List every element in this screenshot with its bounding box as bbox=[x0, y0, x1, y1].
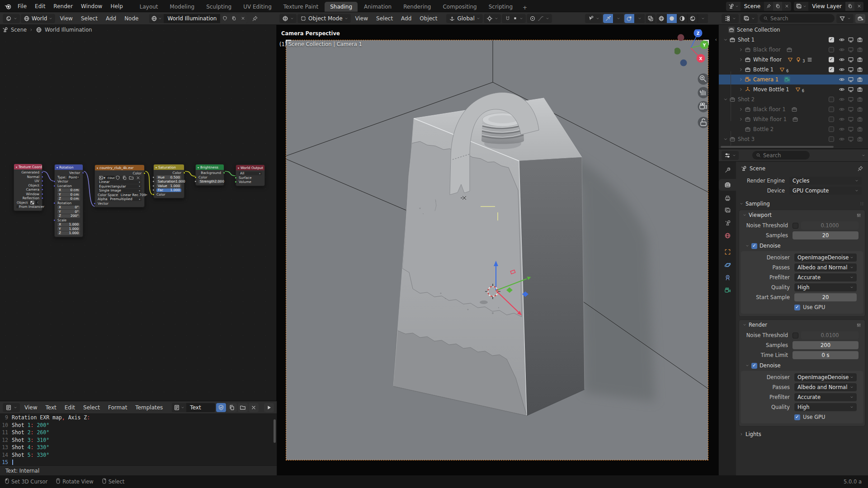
text-menu-view[interactable]: View bbox=[21, 404, 41, 412]
node-header[interactable]: ▾Brightness bbox=[196, 164, 224, 170]
shield-icon[interactable] bbox=[220, 14, 229, 23]
node-header[interactable]: ▾World Output bbox=[236, 165, 264, 170]
node-header[interactable]: ▾Saturation bbox=[154, 164, 184, 170]
number-field[interactable]: 0.1000 bbox=[801, 221, 859, 230]
breadcrumb-world[interactable]: World Illumination bbox=[45, 27, 92, 33]
dropdown[interactable]: GPU Compute bbox=[789, 187, 862, 195]
world-datablock[interactable]: World Illumination bbox=[149, 14, 247, 23]
node-header[interactable]: ▾country_club_4k.exr bbox=[95, 165, 144, 170]
disable-viewport-icon[interactable] bbox=[848, 37, 854, 43]
node-socket[interactable] bbox=[194, 176, 197, 178]
chevron-right-icon[interactable] bbox=[739, 67, 743, 72]
breadcrumb-scene[interactable]: Scene bbox=[11, 27, 27, 33]
hide-eye-icon[interactable] bbox=[839, 106, 845, 113]
shader-node-texcoord[interactable]: ▾Texture CoordinateGeneratedNormalUVObje… bbox=[14, 164, 42, 211]
add-workspace-button[interactable]: + bbox=[519, 3, 531, 12]
node-header[interactable]: ▾Texture Coordinate bbox=[14, 164, 42, 169]
editor-type-button[interactable] bbox=[3, 14, 20, 23]
node-socket[interactable] bbox=[41, 188, 43, 191]
text-menu-text[interactable]: Text bbox=[42, 404, 60, 412]
denoise-label[interactable]: Denoise bbox=[760, 362, 781, 369]
object-visibility-dropdown[interactable] bbox=[585, 14, 602, 23]
pin-icon[interactable] bbox=[764, 2, 773, 11]
copy-icon[interactable] bbox=[227, 403, 237, 412]
disable-viewport-icon[interactable] bbox=[848, 76, 854, 83]
shader-menu-add[interactable]: Add bbox=[102, 14, 120, 23]
shader-node-canvas[interactable]: Scene World Illumination ▾Texture Coordi… bbox=[0, 25, 277, 401]
shader-node-envtex[interactable]: ▾country_club_4k.exrColor▾country_club_4… bbox=[94, 164, 145, 207]
node-socket[interactable] bbox=[41, 176, 43, 178]
outliner-row-move-bottle-1[interactable]: Move Bottle 16 bbox=[719, 84, 868, 94]
exclude-checkbox[interactable] bbox=[829, 57, 834, 62]
disable-viewport-icon[interactable] bbox=[848, 47, 854, 53]
properties-tab-object[interactable] bbox=[719, 246, 736, 258]
hide-eye-icon[interactable] bbox=[839, 126, 845, 132]
chevron-right-icon[interactable] bbox=[739, 87, 743, 92]
editor-type-button[interactable] bbox=[279, 14, 297, 23]
text-menu-edit[interactable]: Edit bbox=[61, 404, 79, 412]
disable-render-icon[interactable] bbox=[857, 96, 863, 103]
text-editor-lines[interactable]: 9Rotation EXR map, Axis Z:10Shot 1: 200°… bbox=[0, 414, 277, 465]
node-socket[interactable] bbox=[94, 202, 96, 205]
properties-tab-constraints[interactable] bbox=[719, 272, 736, 283]
dropdown[interactable]: Accurate bbox=[794, 393, 857, 401]
workspace-tab-compositing[interactable]: Compositing bbox=[437, 2, 482, 12]
viewport-menu-view[interactable]: View bbox=[352, 14, 372, 23]
code-line[interactable]: 15 bbox=[0, 459, 277, 465]
disable-render-icon[interactable] bbox=[857, 106, 863, 113]
disable-viewport-icon[interactable] bbox=[848, 56, 854, 63]
properties-tab-tool[interactable] bbox=[719, 164, 736, 176]
text-datablock[interactable]: Text bbox=[172, 403, 215, 412]
pivot-point-dropdown[interactable] bbox=[484, 14, 501, 23]
hide-eye-icon[interactable] bbox=[839, 86, 845, 93]
denoise-checkbox[interactable] bbox=[751, 363, 757, 369]
display-mode-dropdown[interactable] bbox=[741, 14, 758, 23]
node-socket[interactable] bbox=[41, 171, 43, 174]
properties-tab-view-layer[interactable] bbox=[719, 204, 736, 216]
shading-rendered-button[interactable] bbox=[688, 14, 698, 23]
exclude-checkbox[interactable] bbox=[829, 127, 834, 132]
copy-icon[interactable] bbox=[229, 14, 238, 23]
hide-eye-icon[interactable] bbox=[839, 56, 845, 63]
noise-threshold-checkbox[interactable] bbox=[793, 223, 798, 229]
properties-tab-physics[interactable] bbox=[719, 259, 736, 271]
exclude-checkbox[interactable] bbox=[829, 107, 834, 112]
shading-material-button[interactable] bbox=[677, 14, 687, 23]
node-socket[interactable] bbox=[235, 181, 237, 183]
code-line[interactable]: 13Shot 4: 330° bbox=[0, 444, 277, 451]
text-menu-templates[interactable]: Templates bbox=[132, 404, 166, 412]
shader-menu-view[interactable]: View bbox=[56, 14, 76, 23]
text-menu-select[interactable]: Select bbox=[80, 404, 104, 412]
disable-render-icon[interactable] bbox=[857, 126, 863, 132]
gizmo-dropdown[interactable] bbox=[613, 14, 623, 23]
dropdown[interactable]: Cycles bbox=[789, 177, 862, 185]
node-socket[interactable] bbox=[41, 184, 43, 187]
chevron-right-icon[interactable] bbox=[739, 47, 743, 52]
pin-icon[interactable] bbox=[857, 165, 863, 172]
use-gpu-checkbox[interactable] bbox=[794, 414, 800, 420]
outliner-row-scene-collection[interactable]: Scene Collection bbox=[719, 25, 868, 35]
new-collection-button[interactable] bbox=[855, 14, 865, 23]
node-socket[interactable] bbox=[143, 172, 146, 174]
dropdown[interactable]: Albedo and Normal bbox=[794, 263, 857, 272]
node-socket[interactable] bbox=[53, 219, 56, 221]
outliner-search-input[interactable]: Search bbox=[760, 14, 835, 23]
shader-node-saturation[interactable]: ▾SaturationColorHue0.500Saturation1.000V… bbox=[153, 164, 184, 198]
chevron-right-icon[interactable] bbox=[739, 117, 743, 122]
node-socket[interactable] bbox=[41, 193, 43, 195]
workspace-tab-texture-paint[interactable]: Texture Paint bbox=[278, 2, 324, 12]
node-socket[interactable] bbox=[194, 180, 197, 183]
dropdown[interactable]: High bbox=[794, 283, 857, 291]
disable-viewport-icon[interactable] bbox=[848, 66, 854, 73]
show-gizmo-toggle[interactable] bbox=[603, 14, 613, 23]
workspace-tab-shading[interactable]: Shading bbox=[325, 2, 358, 12]
chevron-down-icon[interactable] bbox=[723, 137, 728, 141]
outliner-row-shot-3[interactable]: Shot 3 bbox=[719, 134, 868, 144]
shading-solid-button[interactable] bbox=[667, 14, 677, 23]
menu-help[interactable]: Help bbox=[106, 2, 127, 10]
folder-icon[interactable] bbox=[238, 403, 248, 412]
world-datablock-name[interactable]: World Illumination bbox=[164, 14, 220, 23]
hide-eye-icon[interactable] bbox=[839, 116, 845, 122]
dropdown[interactable]: Accurate bbox=[794, 273, 857, 282]
outliner-row-camera-1[interactable]: Camera 1 bbox=[719, 75, 868, 84]
